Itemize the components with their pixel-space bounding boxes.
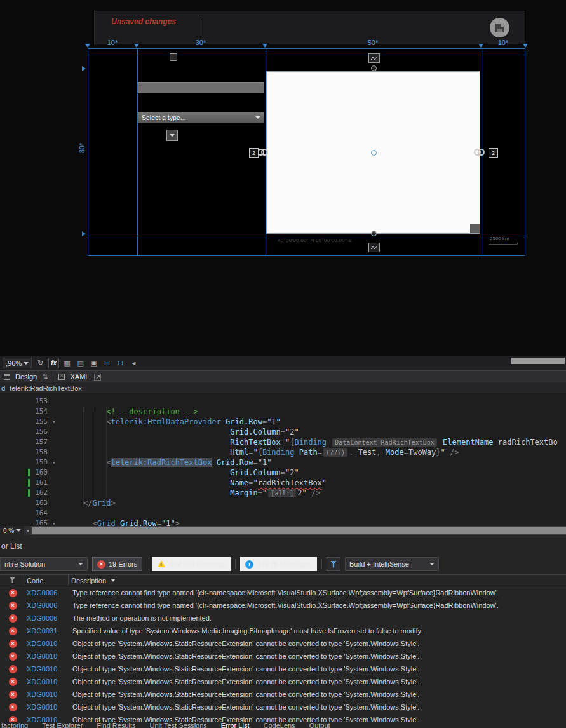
fold-chevron-icon[interactable]: ▾ [48,457,60,468]
filter-button[interactable] [327,557,340,571]
center-anchor-icon[interactable] [371,150,377,156]
row-tick-icon[interactable] [82,231,88,236]
panel-tab-output[interactable]: Output [309,722,330,728]
resize-grip[interactable] [470,224,480,233]
panel-tab-factoring[interactable]: factoring [1,722,28,728]
error-code[interactable]: XDG0010 [25,678,70,685]
description-column-header[interactable]: Description [69,575,566,586]
error-row[interactable]: ×XDG0006The method or operation is not i… [0,612,566,624]
tab-design[interactable]: Design [15,373,37,381]
grid-column-width-label[interactable]: 10* [498,39,509,46]
error-row[interactable]: ×XDG0010Object of type 'System.Windows.S… [0,701,566,713]
save-icon[interactable] [490,18,509,37]
panel-tab-unit-test-sessions[interactable]: Unit Test Sessions [150,722,207,728]
error-code[interactable]: XDG0010 [25,703,70,711]
warnings-filter-button[interactable]: 0 of 140 Warnings [152,557,231,571]
code-line[interactable]: 153 [0,396,566,407]
breadcrumb-element[interactable]: telerik:RadRichTextBox [10,384,82,392]
row-tick-icon[interactable] [82,66,88,71]
xaml-editor[interactable]: 153154<!-- description -->155▾<telerik:H… [0,394,566,526]
error-row[interactable]: ×XDG0010Object of type 'System.Windows.S… [0,650,566,663]
error-code[interactable]: XDG0010 [25,640,70,647]
collapse-arrow-icon[interactable]: ◂ [128,358,139,368]
type-combobox[interactable]: Select a type... [138,112,264,123]
bottom-anchor-ring-icon[interactable] [371,231,377,236]
code-line[interactable]: 165▾<Grid Grid.Row="1"> [0,518,566,526]
error-code[interactable]: XDG0006 [25,614,70,622]
snap-to-grid-icon[interactable]: ⊞ [102,358,112,368]
popout-icon[interactable]: ↗ [94,374,101,381]
scroll-left-icon[interactable]: ◂ [24,527,31,534]
error-code[interactable]: XDG0006 [25,589,70,597]
severity-column-header[interactable] [0,575,25,586]
messages-filter-button[interactable]: i 0 of 76 Messages [240,557,317,571]
code-line[interactable]: 163</Grid> [0,498,566,508]
xaml-designer-surface[interactable]: Unsaved changes 10* 30* 50* 10* 80* Sele… [0,0,566,356]
code-line[interactable]: 162Margin="[all:]2" /> [0,488,566,498]
refresh-icon[interactable]: ↻ [35,358,46,368]
left-margin-chain-icon[interactable] [257,148,269,156]
panel-title: or List [1,542,22,551]
code-line[interactable]: 159▾<telerik:RadRichTextBox Grid.Row="1" [0,457,566,468]
artboard-background-icon[interactable]: ▣ [88,358,99,368]
grid-column-width-label[interactable]: 30* [196,39,206,46]
code-line[interactable]: 157RichTextBox="{Binding DataContext=Rad… [0,437,566,447]
dropdown-button[interactable] [166,130,178,141]
source-filter-dropdown[interactable]: Build + IntelliSense [345,557,439,571]
code-line[interactable]: 156Grid.Column="2" [0,427,566,437]
editor-hscrollbar[interactable] [31,526,566,535]
left-margin-badge[interactable]: 2 [249,148,259,158]
code-line[interactable]: 158Html="{Binding Path=(???). Test, Mode… [0,447,566,457]
error-row[interactable]: ×XDG0010Object of type 'System.Windows.S… [0,688,566,701]
code-line[interactable]: 161Name="radRichTextBox" [0,478,566,488]
editor-zoom-dropdown[interactable]: 0 % [0,526,24,535]
error-row[interactable]: ×XDG0010Object of type 'System.Windows.S… [0,663,566,675]
right-margin-badge[interactable]: 2 [489,148,498,158]
swap-panes-icon[interactable]: ⇅ [42,373,48,381]
grid-column-width-label[interactable]: 10* [107,39,118,46]
designer-zoom-dropdown[interactable]: ,96% [3,358,32,368]
code-column-header[interactable]: Code [25,575,69,586]
textbox-control[interactable] [138,82,264,93]
error-code[interactable]: XDG0010 [25,691,70,698]
error-row[interactable]: ×XDG0006Type reference cannot find type … [0,586,566,599]
top-anchor-ring-icon[interactable] [371,65,377,71]
error-row[interactable]: ×XDG0010Object of type 'System.Windows.S… [0,713,566,722]
bottom-spring-anchor-icon[interactable] [368,243,380,252]
fx-icon[interactable]: fx [48,358,59,368]
error-code[interactable]: XDG0010 [25,665,70,673]
designer-hscrollbar-thumb[interactable] [511,358,565,364]
scope-dropdown[interactable]: ntire Solution [0,557,88,571]
code-line[interactable]: 160Grid.Column="2" [0,468,566,478]
grid-column-width-label[interactable]: 50* [368,39,379,46]
error-code[interactable]: XDG0010 [25,652,70,660]
line-number: 165 [30,518,48,526]
panel-tab-codelens[interactable]: CodeLens [263,722,295,728]
fold-chevron-icon[interactable]: ▾ [48,417,60,427]
code-line[interactable]: 155▾<telerik:HtmlDataProvider Grid.Row="… [0,417,566,427]
breadcrumb-prefix[interactable]: d [1,384,5,392]
snap-to-snaplines-icon[interactable]: ⊟ [115,358,126,368]
error-row[interactable]: ×XDG0010Object of type 'System.Windows.S… [0,637,566,650]
code-line[interactable]: 164 [0,508,566,518]
fold-chevron-icon[interactable]: ▾ [48,518,60,526]
panel-tab-find-results[interactable]: Find Results [97,722,135,728]
errors-filter-button[interactable]: × 19 Errors [92,557,142,571]
grid-row-height-label[interactable]: 80* [78,143,86,154]
code-line[interactable]: 154<!-- description --> [0,407,566,417]
error-code[interactable]: XDG0010 [25,716,70,722]
panel-tab-error-list[interactable]: Error List [221,722,250,728]
editor-hscrollbar-thumb[interactable] [32,527,566,534]
right-margin-chain-icon[interactable] [474,148,485,156]
panel-tab-test-explorer[interactable]: Test Explorer [42,722,83,728]
error-row[interactable]: ×XDG0006Type reference cannot find type … [0,599,566,612]
tab-xaml[interactable]: XAML [70,373,89,381]
error-code[interactable]: XDG0031 [25,627,70,635]
show-columns-icon[interactable]: ▤ [75,358,86,368]
error-code[interactable]: XDG0006 [25,602,70,609]
error-row[interactable]: ×XDG0031Specified value of type 'System.… [0,624,566,637]
show-grid-icon[interactable]: ▦ [62,358,72,368]
error-row[interactable]: ×XDG0010Object of type 'System.Windows.S… [0,675,566,688]
top-spring-anchor-icon[interactable] [368,53,380,63]
anchor-box-icon[interactable] [170,53,177,61]
